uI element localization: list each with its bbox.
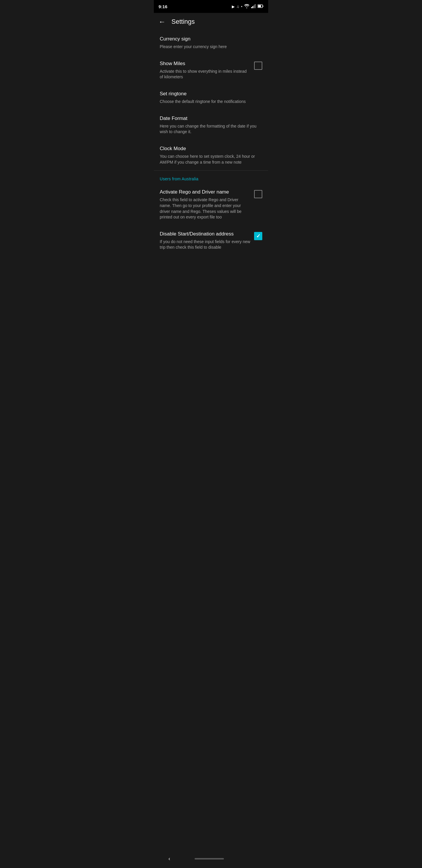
set-ringtone-title: Set ringtone <box>160 91 259 97</box>
settings-item-text: Date Format Here you can change the form… <box>160 115 259 135</box>
settings-item-show-miles[interactable]: Show Miles Activate this to show everyth… <box>154 55 268 85</box>
settings-item-date-format[interactable]: Date Format Here you can change the form… <box>154 110 268 140</box>
settings-content: Currency sign Please enter your currency… <box>154 31 268 273</box>
disable-address-desc: If you do not need these input fields fo… <box>160 239 251 250</box>
set-ringtone-desc: Choose the default ringtone for the noti… <box>160 99 259 105</box>
currency-sign-title: Currency sign <box>160 36 259 42</box>
svg-rect-1 <box>252 6 253 8</box>
date-format-desc: Here you can change the formatting of th… <box>160 123 259 135</box>
settings-item-text: Clock Mode You can choose here to set sy… <box>160 146 259 165</box>
settings-item-activate-rego[interactable]: Activate Rego and Driver name Check this… <box>154 184 268 225</box>
battery-icon <box>258 4 263 9</box>
disable-address-checkbox[interactable]: ✓ <box>254 232 262 240</box>
svg-rect-6 <box>263 6 263 7</box>
settings-item-text: Currency sign Please enter your currency… <box>160 36 259 50</box>
status-bar: 9:16 ▶ ♫ • <box>154 0 268 13</box>
australia-section-header: Users from Australia <box>154 170 268 184</box>
settings-item-set-ringtone[interactable]: Set ringtone Choose the default ringtone… <box>154 85 268 110</box>
back-button[interactable]: ← <box>159 18 166 25</box>
clock-mode-desc: You can choose here to set system clock,… <box>160 154 259 165</box>
settings-item-currency-sign[interactable]: Currency sign Please enter your currency… <box>154 31 268 55</box>
show-miles-desc: Activate this to show everything in mile… <box>160 69 251 80</box>
clock-mode-title: Clock Mode <box>160 146 259 152</box>
svg-rect-3 <box>255 4 256 8</box>
youtube-music-icon: ♫ <box>236 4 239 9</box>
settings-item-disable-address[interactable]: Disable Start/Destination address If you… <box>154 225 268 256</box>
show-miles-checkbox[interactable] <box>254 62 262 70</box>
youtube-icon: ▶ <box>232 4 235 9</box>
signal-icon <box>251 4 256 9</box>
activate-rego-title: Activate Rego and Driver name <box>160 189 251 195</box>
nav-bar: ‹ <box>154 851 268 868</box>
svg-rect-5 <box>258 5 261 7</box>
toolbar: ← Settings <box>154 13 268 31</box>
settings-item-clock-mode[interactable]: Clock Mode You can choose here to set sy… <box>154 140 268 170</box>
settings-item-text: Set ringtone Choose the default ringtone… <box>160 91 259 105</box>
nav-back-button[interactable]: ‹ <box>164 855 175 863</box>
wifi-icon <box>244 4 249 9</box>
svg-rect-2 <box>254 5 254 8</box>
disable-address-title: Disable Start/Destination address <box>160 231 251 237</box>
dot-icon: • <box>241 4 242 9</box>
checkmark-icon: ✓ <box>256 234 261 239</box>
toolbar-title: Settings <box>171 18 195 26</box>
svg-rect-0 <box>251 7 252 8</box>
status-time: 9:16 <box>159 4 167 9</box>
activate-rego-desc: Check this field to activate Rego and Dr… <box>160 197 251 220</box>
show-miles-title: Show Miles <box>160 60 251 67</box>
activate-rego-checkbox[interactable] <box>254 190 262 198</box>
currency-sign-desc: Please enter your currency sign here <box>160 44 259 50</box>
settings-item-text: Activate Rego and Driver name Check this… <box>160 189 251 220</box>
home-indicator <box>195 858 224 860</box>
settings-item-text: Show Miles Activate this to show everyth… <box>160 60 251 80</box>
date-format-title: Date Format <box>160 115 259 122</box>
settings-item-text: Disable Start/Destination address If you… <box>160 231 251 250</box>
status-icons: ▶ ♫ • <box>232 4 263 9</box>
settings-list: Currency sign Please enter your currency… <box>154 31 268 256</box>
